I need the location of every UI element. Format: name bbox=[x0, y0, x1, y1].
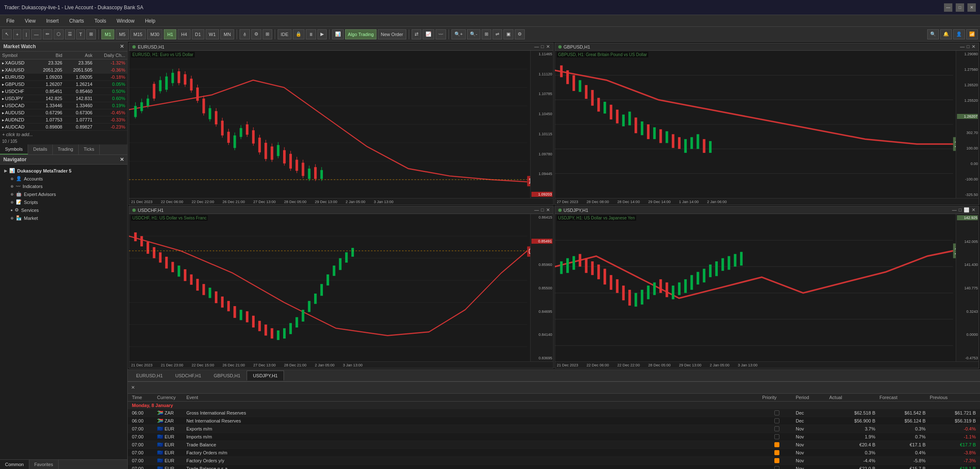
market-watch-row-audnzd[interactable]: ▸AUDNZD 1.07753 1.07771 -0.33% bbox=[0, 116, 127, 124]
mw-col-bid[interactable]: Bid bbox=[34, 52, 64, 59]
menu-view[interactable]: View bbox=[21, 17, 40, 25]
tab-symbols[interactable]: Symbols bbox=[0, 144, 28, 155]
toolbar-shapes[interactable]: ⬡ bbox=[54, 29, 64, 39]
event-row-6[interactable]: 07:00 🇪🇺 EUR Factory Orders y/y Nov -4.4… bbox=[128, 457, 980, 465]
market-watch-row-audusd[interactable]: ▸AUDUSD 0.67296 0.67306 -0.45% bbox=[0, 109, 127, 116]
toolbar-pencil[interactable]: ✏ bbox=[43, 29, 52, 39]
market-watch-add-row[interactable]: + click to add... bbox=[0, 131, 127, 138]
chart-usdjpy-minimize[interactable]: — bbox=[952, 207, 957, 213]
event-row-5[interactable]: 07:00 🇪🇺 EUR Factory Orders m/m Nov 0.3%… bbox=[128, 449, 980, 457]
tab-trading[interactable]: Trading bbox=[53, 144, 79, 155]
chart-tab-gbpusd[interactable]: GBPUSD,H1 bbox=[207, 371, 247, 381]
toolbar-chart-icon[interactable]: 📊 bbox=[332, 29, 344, 39]
toolbar-settings2[interactable]: ⚙ bbox=[515, 29, 525, 39]
timeframe-w1[interactable]: W1 bbox=[206, 29, 219, 39]
toolbar-algo-trading[interactable]: Algo Trading bbox=[345, 29, 377, 39]
toolbar-pause[interactable]: ⏸ bbox=[306, 29, 316, 39]
nav-item-scripts[interactable]: ⊕ 📝 Scripts bbox=[2, 198, 125, 206]
chart-usdchf-minimize[interactable]: — bbox=[534, 207, 539, 213]
event-row-1[interactable]: 06:00 🇿🇦 ZAR Net International Reserves … bbox=[128, 417, 980, 425]
nav-item-services[interactable]: ● ⚙ Services bbox=[2, 206, 125, 214]
nav-item-accounts[interactable]: ⊕ 👤 Accounts bbox=[2, 175, 125, 183]
toolbar-grid2[interactable]: ⊞ bbox=[482, 29, 491, 39]
events-close-button[interactable]: ✕ bbox=[128, 385, 138, 390]
menu-file[interactable]: File bbox=[2, 17, 18, 25]
market-watch-row-xagusd[interactable]: ▸XAGUSD 23.326 23.356 -1.32% bbox=[0, 59, 127, 67]
chart-gbpusd-body[interactable]: GBPUSD, H1: Great Britain Pound vs US Do… bbox=[555, 51, 979, 198]
col-time[interactable]: Time bbox=[130, 395, 155, 400]
toolbar-text-t[interactable]: T bbox=[76, 29, 85, 39]
col-event[interactable]: Event bbox=[184, 395, 760, 400]
toolbar-play[interactable]: ▶ bbox=[317, 29, 327, 39]
toolbar-notif[interactable]: 🔔 bbox=[940, 29, 952, 39]
menu-charts[interactable]: Charts bbox=[65, 17, 88, 25]
chart-usdchf-close[interactable]: ✕ bbox=[546, 207, 550, 213]
minimize-button[interactable]: — bbox=[944, 3, 952, 12]
menu-window[interactable]: Window bbox=[113, 17, 139, 25]
chart-usdjpy-body[interactable]: USDJPY, H1: US Dollar vs Japanese Yen bbox=[555, 214, 979, 361]
col-previous[interactable]: Previous bbox=[928, 395, 978, 400]
chart-tab-usdjpy[interactable]: USDJPY,H1 bbox=[247, 371, 284, 381]
chart-eurusd-maximize[interactable]: □ bbox=[541, 44, 544, 49]
toolbar-search[interactable]: 🔍 bbox=[927, 29, 939, 39]
col-actual[interactable]: Actual bbox=[827, 395, 877, 400]
chart-eurusd-body[interactable]: EURUSD, H1: Euro vs US Dollar bbox=[129, 51, 553, 198]
chart-usdchf-maximize[interactable]: □ bbox=[541, 207, 544, 213]
timeframe-h1[interactable]: H1 bbox=[164, 29, 176, 39]
nav-item-mt5[interactable]: ▶ 📊 Dukascopy MetaTrader 5 bbox=[2, 167, 125, 175]
toolbar-text[interactable]: ☰ bbox=[65, 29, 75, 39]
nav-item-indicators[interactable]: ⊕ 〰 Indicators bbox=[2, 183, 125, 190]
tab-ticks[interactable]: Ticks bbox=[79, 144, 100, 155]
toolbar-cursor[interactable]: ↖ bbox=[2, 29, 12, 39]
event-row-4[interactable]: 07:00 🇪🇺 EUR Trade Balance Nov €20.4 B €… bbox=[128, 441, 980, 449]
mw-col-symbol[interactable]: Symbol bbox=[0, 52, 34, 59]
timeframe-m30[interactable]: M30 bbox=[147, 29, 162, 39]
market-watch-row-eurusd[interactable]: ▸EURUSD 1.09203 1.09205 -0.18% bbox=[0, 74, 127, 81]
toolbar-wave[interactable]: 〰 bbox=[436, 29, 446, 39]
toolbar-add[interactable]: + bbox=[13, 29, 21, 39]
chart-tab-usdchf[interactable]: USDCHF,H1 bbox=[169, 371, 208, 381]
market-watch-row-xauusd[interactable]: ▸XAUUSD 2051.205 2051.505 -0.36% bbox=[0, 67, 127, 74]
timeframe-d1[interactable]: D1 bbox=[192, 29, 204, 39]
col-period[interactable]: Period bbox=[794, 395, 827, 400]
col-currency[interactable]: Currency bbox=[155, 395, 184, 400]
toolbar-lock[interactable]: 🔒 bbox=[293, 29, 304, 39]
toolbar-signal[interactable]: 📶 bbox=[966, 29, 978, 39]
toolbar-arrows[interactable]: ⇄ bbox=[412, 29, 421, 39]
chart-gbpusd-close[interactable]: ✕ bbox=[972, 44, 975, 49]
event-row-7[interactable]: 07:00 🇪🇺 EUR Trade Balance n.s.a. Nov €2… bbox=[128, 465, 980, 469]
event-row-0[interactable]: 06:00 🇿🇦 ZAR Gross International Reserve… bbox=[128, 409, 980, 417]
chart-tab-eurusd[interactable]: EURUSD,H1 bbox=[130, 371, 169, 381]
event-row-3[interactable]: 07:00 🇪🇺 EUR Imports m/m Nov 1.9% 0.7% -… bbox=[128, 433, 980, 441]
toolbar-ide[interactable]: IDE bbox=[278, 29, 291, 39]
chart-usdjpy-maximize[interactable]: ⬜ bbox=[964, 207, 970, 213]
toolbar-vertical-line[interactable]: | bbox=[23, 29, 30, 39]
market-watch-row-audcad[interactable]: ▸AUDCAD 0.89808 0.89827 -0.23% bbox=[0, 124, 127, 131]
chart-eurusd-close[interactable]: ✕ bbox=[546, 44, 550, 49]
timeframe-m1[interactable]: M1 bbox=[101, 29, 114, 39]
menu-tools[interactable]: Tools bbox=[90, 17, 111, 25]
chart-gbpusd-minimize[interactable]: — bbox=[960, 44, 965, 49]
col-forecast[interactable]: Forecast bbox=[877, 395, 928, 400]
toolbar-ohlc[interactable]: 📈 bbox=[423, 29, 434, 39]
market-watch-row-usdjpy[interactable]: ▸USDJPY 142.825 142.831 0.60% bbox=[0, 95, 127, 102]
toolbar-account[interactable]: 👤 bbox=[953, 29, 965, 39]
chart-usdchf-body[interactable]: USDCHF, H1: US Dollar vs Swiss Franc bbox=[129, 214, 553, 361]
chart-gbpusd-maximize[interactable]: □ bbox=[967, 44, 970, 49]
nav-tab-favorites[interactable]: Favorites bbox=[29, 460, 59, 469]
maximize-button[interactable]: □ bbox=[956, 3, 964, 12]
nav-item-market[interactable]: ⊕ 🏪 Market bbox=[2, 214, 125, 222]
toolbar-chart-type[interactable]: 🕯 bbox=[240, 29, 250, 39]
toolbar-grid[interactable]: ⊞ bbox=[263, 29, 272, 39]
timeframe-mn[interactable]: MN bbox=[220, 29, 234, 39]
toolbar-vol[interactable]: ▣ bbox=[503, 29, 513, 39]
market-watch-row-gbpusd[interactable]: ▸GBPUSD 1.26207 1.26214 0.05% bbox=[0, 81, 127, 88]
timeframe-m5[interactable]: M5 bbox=[116, 29, 129, 39]
event-row-2[interactable]: 07:00 🇪🇺 EUR Exports m/m Nov 3.7% 0.3% -… bbox=[128, 425, 980, 433]
toolbar-line[interactable]: — bbox=[31, 29, 41, 39]
menu-insert[interactable]: Insert bbox=[42, 17, 63, 25]
toolbar-sync[interactable]: ⇌ bbox=[493, 29, 502, 39]
toolbar-zoom-in[interactable]: 🔍+ bbox=[451, 29, 466, 39]
chart-usdjpy-close[interactable]: ✕ bbox=[972, 207, 975, 213]
menu-help[interactable]: Help bbox=[141, 17, 160, 25]
